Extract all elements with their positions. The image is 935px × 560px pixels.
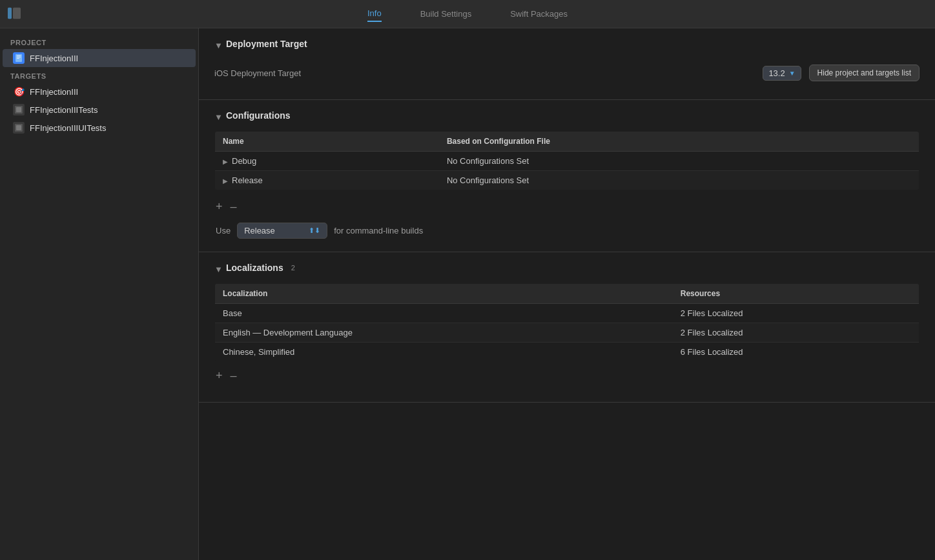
use-select-arrows-icon: ⬆⬇ [309,226,320,235]
config-remove-btn[interactable]: – [231,201,237,212]
svg-rect-1 [13,7,21,19]
target-test-icon [13,104,25,115]
svg-rect-4 [17,57,21,57]
row-expand-icon[interactable]: ▶ [223,177,228,185]
project-section-label: PROJECT [0,34,198,49]
config-add-btn[interactable]: + [216,201,223,212]
local-resources-cell: 6 Files Localized [673,343,920,362]
sidebar-target-2-label: FFInjectionIIIUITests [30,123,106,133]
config-based-on-cell: No Configurations Set [439,171,920,190]
configurations-section-header: ▼ Configurations [214,110,920,121]
deployment-section-title: Deployment Target [226,39,307,49]
deployment-section-header: ▼ Deployment Target [214,39,920,49]
tab-info[interactable]: Info [367,6,382,22]
local-table-row: English — Development Language2 Files Lo… [215,323,920,343]
version-select-arrow-icon: ▼ [789,70,796,77]
use-select-value: Release [244,226,305,235]
project-icon [13,52,25,64]
localizations-section: ▼ Localizations 2 Localization Resources… [199,252,935,403]
deployment-row: iOS Deployment Target 13.2 ▼ Hide projec… [214,59,920,86]
content-area: ▼ Deployment Target iOS Deployment Targe… [199,28,935,560]
sidebar-item-target-2[interactable]: FFInjectionIIIUITests [3,119,196,137]
sidebar-item-target-1[interactable]: FFInjectionIIITests [3,101,196,119]
target-uitest-icon [13,122,25,134]
config-based-on-cell: No Configurations Set [439,152,920,171]
ios-version-value: 13.2 [768,68,785,78]
sidebar-item-target-0[interactable]: 🎯 FFInjectionIII [3,83,196,101]
config-table-actions: + – [214,201,920,212]
local-table-row: Base2 Files Localized [215,304,920,323]
sidebar-toggle[interactable] [8,7,21,21]
configurations-collapse-icon[interactable]: ▼ [214,112,221,119]
use-release-select[interactable]: Release ⬆⬇ [237,223,327,239]
local-table-actions: + – [214,370,920,381]
local-remove-btn[interactable]: – [231,370,237,381]
use-suffix-label: for command-line builds [334,226,423,235]
local-col-resources: Resources [673,284,920,304]
svg-rect-3 [17,55,21,56]
configurations-section-title: Configurations [226,110,291,121]
local-table-row: Chinese, Simplified6 Files Localized [215,343,920,362]
svg-rect-7 [16,107,21,112]
tab-swift-packages[interactable]: Swift Packages [510,6,568,21]
svg-rect-5 [17,58,19,59]
deployment-target-section: ▼ Deployment Target iOS Deployment Targe… [199,28,935,100]
config-col-based: Based on Configuration File [439,132,920,152]
local-add-btn[interactable]: + [216,370,223,381]
configurations-section: ▼ Configurations Name Based on Configura… [199,100,935,252]
local-localization-cell: Base [215,304,673,323]
sidebar-toggle-icon [8,7,21,19]
localizations-table: Localization Resources Base2 Files Local… [214,283,920,362]
sidebar-project-name: FFInjectionIII [30,54,78,63]
local-resources-cell: 2 Files Localized [673,304,920,323]
target-app-icon: 🎯 [13,86,25,97]
sidebar-target-0-label: FFInjectionIII [30,87,78,97]
deployment-right: 13.2 ▼ Hide project and targets list [763,65,920,81]
use-label: Use [216,226,231,235]
sidebar-target-1-label: FFInjectionIIITests [30,105,98,115]
config-name-cell: ▶Debug [215,152,439,171]
configurations-table: Name Based on Configuration File ▶DebugN… [214,131,920,190]
tab-bar: Info Build Settings Swift Packages [0,0,935,28]
svg-rect-9 [16,125,21,130]
localizations-section-title: Localizations [226,263,283,273]
sidebar-item-project[interactable]: FFInjectionIII [3,49,196,67]
targets-section-label: TARGETS [0,67,198,83]
config-col-name: Name [215,132,439,152]
config-name-cell: ▶Release [215,171,439,190]
ios-version-select[interactable]: 13.2 ▼ [763,66,801,81]
localizations-section-header: ▼ Localizations 2 [214,263,920,273]
hide-project-targets-btn[interactable]: Hide project and targets list [809,65,920,81]
config-table-row: ▶DebugNo Configurations Set [215,152,920,171]
use-row: Use Release ⬆⬇ for command-line builds [214,220,920,239]
ios-deployment-label: iOS Deployment Target [214,68,301,78]
svg-rect-0 [8,7,12,19]
main-layout: PROJECT FFInjectionIII TARGETS 🎯 FFInjec… [0,28,935,560]
localizations-badge: 2 [291,264,295,272]
local-col-localization: Localization [215,284,673,304]
sidebar: PROJECT FFInjectionIII TARGETS 🎯 FFInjec… [0,28,199,560]
localizations-collapse-icon[interactable]: ▼ [214,265,221,271]
local-resources-cell: 2 Files Localized [673,323,920,343]
config-table-row: ▶ReleaseNo Configurations Set [215,171,920,190]
local-localization-cell: Chinese, Simplified [215,343,673,362]
tab-build-settings[interactable]: Build Settings [420,6,472,21]
row-expand-icon[interactable]: ▶ [223,158,228,165]
deployment-collapse-icon[interactable]: ▼ [214,41,221,47]
tab-group: Info Build Settings Swift Packages [367,6,568,22]
local-localization-cell: English — Development Language [215,323,673,343]
